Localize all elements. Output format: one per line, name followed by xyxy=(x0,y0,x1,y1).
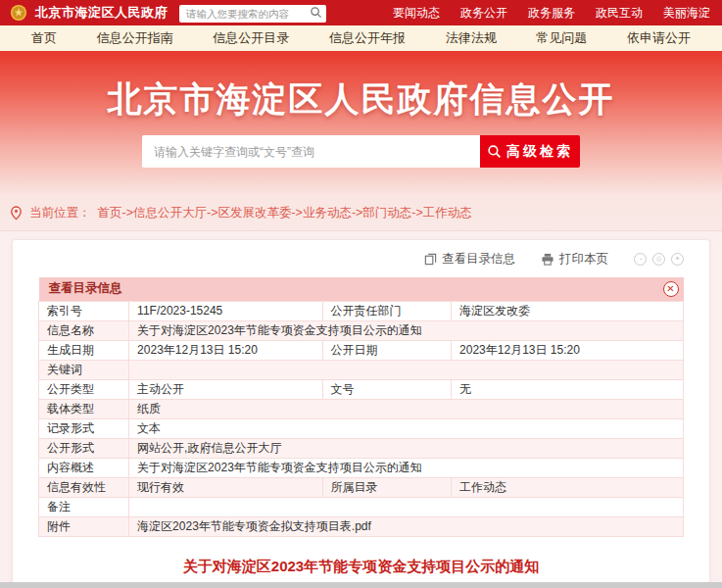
field-label: 公开类型 xyxy=(39,379,129,399)
field-label: 生成日期 xyxy=(39,340,129,360)
search-icon xyxy=(487,144,502,159)
topbar-search-input[interactable] xyxy=(179,5,326,23)
nav-item-faq[interactable]: 常见问题 xyxy=(536,29,587,47)
breadcrumb-label: 当前位置： xyxy=(29,205,91,221)
catalog-doc-icon xyxy=(424,253,437,266)
bottom-bar xyxy=(0,582,722,588)
site-title: 北京市海淀区人民政府 xyxy=(35,4,168,22)
print-page-label: 打印本页 xyxy=(559,251,608,268)
field-value: 文本 xyxy=(129,418,684,438)
table-row: 公开类型 主动公开 文号 无 xyxy=(39,379,684,399)
field-value: 无 xyxy=(452,379,684,399)
table-row: 生成日期 2023年12月13日 15:20 公开日期 2023年12月13日 … xyxy=(39,340,684,360)
table-row: 内容概述 关于对海淀区2023年节能专项资金支持项目公示的通知 xyxy=(39,458,684,477)
table-row: 公开形式 网站公开,政府信息公开大厅 xyxy=(39,438,684,458)
close-icon[interactable]: ✕ xyxy=(663,281,679,297)
share-icon-3[interactable]: ✦ xyxy=(671,253,684,266)
table-row: 载体类型 纸质 xyxy=(39,399,684,418)
topbar-search xyxy=(179,4,326,23)
content-card: 查看目录信息 打印本页 ◔ ◎ ✦ 查看目录信息 ✕ xyxy=(12,239,710,588)
field-label: 备注 xyxy=(39,497,129,516)
topbar: 北京市海淀区人民政府 要闻动态 政务公开 政务服务 政民互动 美丽海淀 xyxy=(0,0,722,25)
field-value: 关于对海淀区2023年节能专项资金支持项目公示的通知 xyxy=(129,458,684,477)
field-label: 关键词 xyxy=(39,360,129,379)
topbar-menu-item-gov-open[interactable]: 政务公开 xyxy=(460,5,507,22)
field-value xyxy=(129,360,684,379)
field-label: 载体类型 xyxy=(39,399,129,418)
table-row: 备注 xyxy=(39,497,684,516)
field-label: 公开日期 xyxy=(322,340,452,360)
table-row: 记录形式 文本 xyxy=(39,418,684,438)
field-value: 关于对海淀区2023年节能专项资金支持项目公示的通知 xyxy=(129,320,684,340)
catalog-table: 查看目录信息 ✕ 索引号 11F/2023-15245 公开责任部门 海淀区发改… xyxy=(38,277,684,537)
search-icon[interactable] xyxy=(310,6,322,19)
banner-search: 高级检索 xyxy=(142,135,580,168)
view-catalog-label: 查看目录信息 xyxy=(442,251,515,268)
content-area: 查看目录信息 打印本页 ◔ ◎ ✦ 查看目录信息 ✕ xyxy=(0,231,722,588)
main-nav: 首页 信息公开指南 信息公开目录 信息公开年报 法律法规 常见问题 依申请公开 xyxy=(0,25,722,51)
field-value: 主动公开 xyxy=(129,379,322,399)
table-row: 关键词 xyxy=(39,360,684,379)
field-value: 工作动态 xyxy=(452,477,684,497)
topbar-menu-item-beautiful-haidian[interactable]: 美丽海淀 xyxy=(663,5,710,22)
print-page-button[interactable]: 打印本页 xyxy=(541,251,608,268)
banner-title: 北京市海淀区人民政府信息公开 xyxy=(0,51,722,122)
field-value: 海淀区发改委 xyxy=(452,301,684,320)
topbar-menu: 要闻动态 政务公开 政务服务 政民互动 美丽海淀 xyxy=(393,5,710,22)
field-label: 索引号 xyxy=(39,301,129,320)
table-row: 索引号 11F/2023-15245 公开责任部门 海淀区发改委 xyxy=(39,301,684,320)
field-label: 内容概述 xyxy=(39,458,129,477)
nav-item-laws[interactable]: 法律法规 xyxy=(446,29,497,47)
share-icons: ◔ ◎ ✦ xyxy=(634,253,684,266)
banner-search-input[interactable] xyxy=(142,135,480,168)
nav-item-annual-report[interactable]: 信息公开年报 xyxy=(329,29,406,47)
table-row: 信息名称 关于对海淀区2023年节能专项资金支持项目公示的通知 xyxy=(39,320,684,340)
breadcrumb-path[interactable]: 首页->信息公开大厅->区发展改革委->业务动态->部门动态->工作动态 xyxy=(98,205,472,221)
banner: 北京市海淀区人民政府信息公开 高级检索 xyxy=(0,51,722,196)
field-label: 公开责任部门 xyxy=(322,301,452,320)
topbar-menu-item-gov-service[interactable]: 政务服务 xyxy=(528,5,575,22)
field-value: 网站公开,政府信息公开大厅 xyxy=(129,438,684,458)
field-value xyxy=(129,497,684,516)
topbar-menu-item-interaction[interactable]: 政民互动 xyxy=(596,5,643,22)
nav-item-apply[interactable]: 依申请公开 xyxy=(627,29,691,47)
field-label: 文号 xyxy=(322,379,452,399)
catalog-header-row: 查看目录信息 ✕ xyxy=(39,277,684,301)
advanced-search-label: 高级检索 xyxy=(506,143,573,161)
share-icon-2[interactable]: ◎ xyxy=(652,253,665,266)
nav-item-catalog[interactable]: 信息公开目录 xyxy=(213,29,289,47)
page-toolbar: 查看目录信息 打印本页 ◔ ◎ ✦ xyxy=(38,240,684,277)
field-label: 记录形式 xyxy=(39,418,129,438)
field-value: 现行有效 xyxy=(129,477,322,497)
field-label: 附件 xyxy=(39,516,129,536)
field-value: 2023年12月13日 15:20 xyxy=(129,340,322,360)
view-catalog-button[interactable]: 查看目录信息 xyxy=(424,251,515,268)
field-value: 纸质 xyxy=(129,399,684,418)
topbar-menu-item-news[interactable]: 要闻动态 xyxy=(393,5,440,22)
national-emblem-icon xyxy=(10,4,27,22)
field-value: 11F/2023-15245 xyxy=(129,301,322,320)
printer-icon xyxy=(541,253,554,266)
attachment-link[interactable]: 海淀区2023年节能专项资金拟支持项目表.pdf xyxy=(129,516,684,536)
table-row: 信息有效性 现行有效 所属目录 工作动态 xyxy=(39,477,684,497)
field-value: 2023年12月13日 15:20 xyxy=(452,340,684,360)
breadcrumb: 当前位置： 首页->信息公开大厅->区发展改革委->业务动态->部门动态->工作… xyxy=(0,196,722,231)
field-label: 信息名称 xyxy=(39,320,129,340)
catalog-header-title: 查看目录信息 xyxy=(49,280,122,297)
article-title: 关于对海淀区2023年节能专项资金支持项目公示的通知 xyxy=(38,558,684,576)
advanced-search-button[interactable]: 高级检索 xyxy=(480,135,580,168)
nav-item-guide[interactable]: 信息公开指南 xyxy=(97,29,173,47)
field-label: 公开形式 xyxy=(39,438,129,458)
nav-item-home[interactable]: 首页 xyxy=(31,29,57,47)
table-row: 附件 海淀区2023年节能专项资金拟支持项目表.pdf xyxy=(39,516,684,536)
location-pin-icon xyxy=(10,206,23,220)
field-label: 所属目录 xyxy=(322,477,452,497)
share-icon-1[interactable]: ◔ xyxy=(634,253,647,266)
field-label: 信息有效性 xyxy=(39,477,129,497)
